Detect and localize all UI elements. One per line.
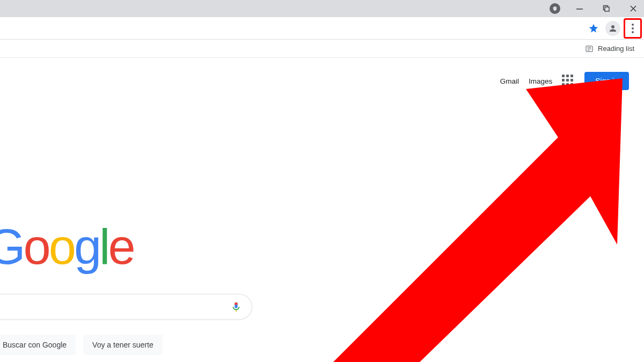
window-minimize-button[interactable] [572, 1, 587, 16]
google-logo: Google [0, 219, 134, 275]
reading-list-icon [585, 45, 594, 53]
search-buttons-row: Buscar con Google Voy a tener suerte [0, 335, 163, 355]
chrome-menu-button[interactable] [626, 20, 640, 36]
logo-letter: l [99, 219, 108, 274]
vertical-dots-icon [632, 24, 634, 33]
svg-rect-4 [236, 310, 237, 312]
annotation-arrow-icon [290, 62, 644, 362]
search-input[interactable] [0, 302, 230, 312]
nav-link-images[interactable]: Images [529, 77, 552, 85]
feeling-lucky-button[interactable]: Voy a tener suerte [83, 335, 163, 355]
logo-letter: g [74, 219, 99, 274]
svg-rect-0 [576, 9, 583, 10]
google-top-nav: Gmail Images Sign in [500, 72, 629, 90]
logo-letter: o [24, 219, 49, 274]
logo-letter: o [49, 219, 74, 274]
search-box[interactable] [0, 294, 252, 320]
google-apps-icon[interactable] [562, 75, 575, 87]
extension-shield-icon[interactable] [550, 3, 560, 14]
window-close-button[interactable] [626, 1, 641, 16]
svg-rect-2 [605, 7, 609, 11]
logo-letter: G [0, 219, 24, 274]
voice-search-icon[interactable] [230, 301, 242, 313]
logo-letter: e [108, 219, 134, 274]
browser-toolbar [0, 17, 644, 40]
profile-avatar-button[interactable] [605, 21, 620, 36]
window-maximize-button[interactable] [599, 1, 614, 16]
google-search-button[interactable]: Buscar con Google [0, 335, 76, 355]
window-titlebar [0, 0, 644, 17]
nav-link-gmail[interactable]: Gmail [500, 77, 519, 85]
page-content: Gmail Images Sign in Google Buscar con G… [0, 58, 644, 362]
bookmark-star-icon[interactable] [587, 22, 600, 35]
reading-list-label[interactable]: Reading list [598, 45, 634, 53]
sign-in-button[interactable]: Sign in [584, 72, 629, 90]
bookmarks-bar: Reading list [0, 40, 644, 58]
svg-marker-5 [322, 78, 623, 362]
